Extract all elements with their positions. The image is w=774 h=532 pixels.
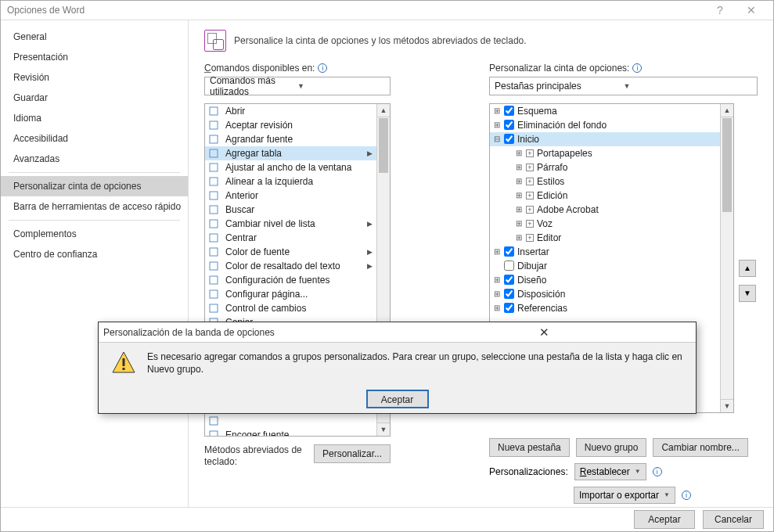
- alert-message: Es necesario agregar comandos a grupos p…: [147, 350, 683, 376]
- warning-icon: [111, 350, 136, 376]
- svg-rect-27: [123, 358, 125, 366]
- alert-title: Personalización de la banda de opciones: [103, 327, 398, 338]
- modal-backdrop: Personalización de la banda de opciones …: [0, 0, 774, 532]
- close-icon[interactable]: ✕: [398, 325, 692, 340]
- svg-rect-28: [123, 368, 125, 370]
- alert-dialog: Personalización de la banda de opciones …: [98, 322, 697, 414]
- alert-ok-button[interactable]: Aceptar: [366, 390, 429, 408]
- alert-titlebar: Personalización de la banda de opciones …: [99, 322, 696, 343]
